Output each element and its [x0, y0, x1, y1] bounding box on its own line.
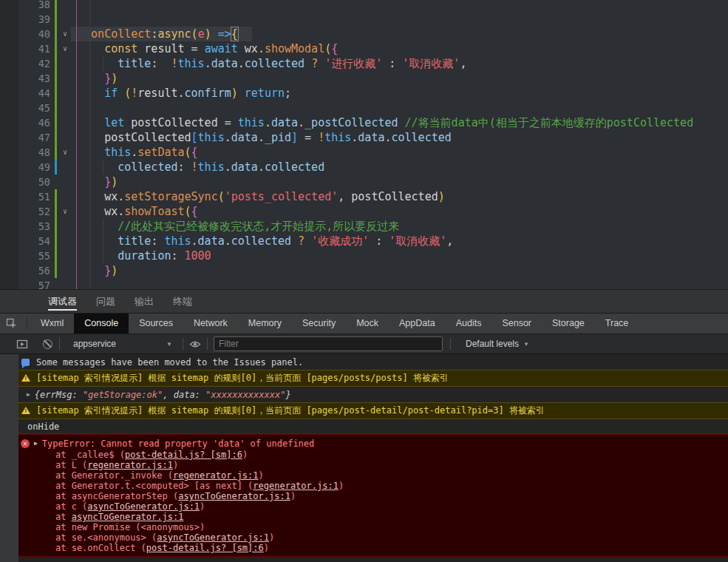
source-link[interactable]: asyncToGenerator.js:1 [72, 512, 184, 522]
console-log-row: onHide [18, 419, 728, 434]
devtools-tab-sensor[interactable]: Sensor [491, 314, 542, 334]
warning-icon [21, 374, 30, 382]
panel-tab-输出[interactable]: 输出 [135, 290, 154, 313]
editor-left-strip [0, 0, 18, 289]
code-text: title: this.data.collected ? '收藏成功' : '取… [71, 234, 453, 248]
panel-tab-终端[interactable]: 终端 [173, 290, 192, 313]
prompt-chevron-icon: > [26, 558, 32, 562]
fold-gutter [59, 189, 71, 204]
git-change-marker [55, 115, 57, 130]
indent-guide [89, 0, 90, 289]
line-number: 53 [18, 219, 53, 234]
git-change-marker [55, 86, 57, 101]
panel-tab-调试器[interactable]: 调试器 [48, 290, 77, 313]
source-link[interactable]: asyncToGenerator.js:1 [157, 532, 269, 543]
devtools-tab-trace[interactable]: Trace [595, 314, 639, 334]
console-warning-row: [sitemap 索引情况提示] 根据 sitemap 的规则[0]，当前页面 … [18, 370, 728, 387]
code-line-42: 42 title: !this.data.collected ? '进行收藏' … [18, 56, 728, 71]
code-line-38: 38 [18, 0, 728, 12]
stack-frame: at L (regenerator.js:1) [18, 460, 728, 470]
source-link[interactable]: asyncToGenerator.js:1 [178, 491, 290, 501]
devtools-tab-sources[interactable]: Sources [129, 314, 183, 334]
fold-chevron-icon[interactable]: ∨ [59, 41, 71, 56]
devtools-tab-security[interactable]: Security [292, 314, 346, 334]
line-number: 54 [18, 234, 53, 248]
git-change-marker [55, 130, 57, 145]
console-warning-row: [sitemap 索引情况提示] 根据 sitemap 的规则[0]，当前页面 … [18, 402, 728, 419]
code-line-54: 54 title: this.data.collected ? '收藏成功' :… [18, 234, 728, 248]
devtools-tab-storage[interactable]: Storage [542, 314, 595, 334]
console-prompt[interactable]: > [18, 557, 728, 562]
inspect-cursor-icon [6, 318, 18, 330]
error-message: TypeError: Cannot read property 'data' o… [42, 439, 314, 449]
git-change-marker [55, 204, 57, 219]
line-number: 42 [18, 56, 53, 71]
inspect-element-button[interactable] [0, 314, 24, 334]
code-text: }) [71, 263, 118, 278]
live-expression-button[interactable] [189, 338, 201, 350]
code-line-53: 53 //此处其实已经被修改完状态,才开始提示,所以要反过来 [18, 219, 728, 234]
devtools-tab-mock[interactable]: Mock [346, 314, 389, 334]
warning-message: [sitemap 索引情况提示] 根据 sitemap 的规则[0]，当前页面 … [36, 404, 545, 417]
indent-guide-fragment [103, 56, 103, 71]
show-drawer-button[interactable] [16, 338, 28, 350]
console-output[interactable]: Some messages have been moved to the Iss… [18, 354, 728, 562]
indent-guide-active [76, 0, 77, 289]
fold-chevron-icon[interactable]: ∨ [59, 204, 71, 219]
context-selector[interactable]: appservice ▼ [73, 339, 177, 349]
code-editor[interactable]: 383940∨ onCollect:async(e) =>{41∨ const … [0, 0, 728, 289]
fold-gutter [59, 101, 71, 115]
filter-input[interactable] [214, 336, 443, 351]
git-change-marker [55, 219, 57, 234]
source-link[interactable]: post-detail.js? [sm]:6 [146, 543, 264, 553]
fold-chevron-icon[interactable]: ∨ [59, 27, 71, 41]
devtools-tab-wxml[interactable]: Wxml [30, 314, 74, 334]
code-text: title: !this.data.collected ? '进行收藏' : '… [71, 56, 466, 71]
devtools-tab-appdata[interactable]: AppData [389, 314, 446, 334]
devtools-tab-network[interactable]: Network [183, 314, 238, 334]
source-link[interactable]: regenerator.js:1 [173, 470, 259, 481]
fold-chevron-icon[interactable]: ∨ [59, 145, 71, 160]
fold-gutter [59, 175, 71, 189]
stack-frame: at c (asyncToGenerator.js:1) [18, 501, 728, 512]
code-text: let postCollected = this.data._postColle… [71, 115, 693, 130]
context-selector-value: appservice [73, 339, 116, 349]
line-number: 38 [18, 0, 53, 12]
log-levels-dropdown[interactable]: Default levels ▼ [466, 339, 534, 349]
clear-console-button[interactable] [41, 338, 53, 350]
line-number: 44 [18, 86, 53, 101]
stack-frame: at Generator.t.<computed> [as next] (reg… [18, 481, 728, 491]
devtools-tab-audits[interactable]: Audits [446, 314, 492, 334]
line-number: 40 [18, 27, 53, 41]
git-change-marker [55, 160, 57, 175]
code-line-45: 45 [18, 101, 728, 115]
panel-tab-问题[interactable]: 问题 [96, 290, 115, 313]
git-change-marker [55, 234, 57, 248]
code-line-48: 48∨ this.setData({ [18, 145, 728, 160]
expand-triangle-icon[interactable]: ▶ [34, 440, 38, 447]
git-change-marker [55, 263, 57, 278]
code-line-52: 52∨ wx.showToast({ [18, 204, 728, 219]
source-link[interactable]: post-detail.js? [sm]:6 [125, 450, 242, 460]
code-line-56: 56 }) [18, 263, 728, 278]
line-number: 55 [18, 248, 53, 263]
console-message: Some messages have been moved to the Iss… [36, 357, 303, 368]
source-link[interactable]: regenerator.js:1 [253, 481, 339, 491]
source-link[interactable]: regenerator.js:1 [87, 460, 173, 470]
devtools-tab-console[interactable]: Console [74, 314, 129, 334]
stack-frame: at se.<anonymous> (asyncToGenerator.js:1… [18, 532, 728, 543]
panel-tabs: 调试器问题输出终端 [0, 289, 728, 313]
code-text: const result = await wx.showModal({ [71, 41, 338, 56]
code-text: duration: 1000 [71, 248, 211, 263]
devtools-tab-memory[interactable]: Memory [238, 314, 292, 334]
console-toolbar: appservice ▼ Default levels ▼ [0, 334, 728, 354]
line-number: 52 [18, 204, 53, 219]
line-number: 50 [18, 175, 53, 189]
stack-frame: at new Promise (<anonymous>) [18, 522, 728, 532]
source-link[interactable]: asyncToGenerator.js:1 [87, 501, 200, 512]
expand-triangle-icon[interactable]: ▶ [27, 391, 30, 398]
git-change-marker [55, 12, 57, 27]
fold-gutter [59, 160, 71, 175]
code-text: wx.setStorageSync('posts_collected', pos… [71, 189, 445, 204]
git-change-marker [55, 175, 57, 189]
